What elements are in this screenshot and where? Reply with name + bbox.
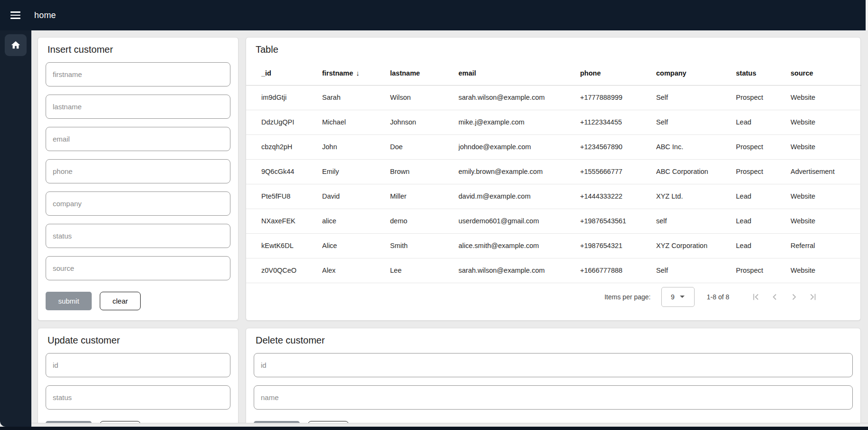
table-cell: Doe — [390, 134, 458, 159]
status-input[interactable] — [46, 224, 230, 248]
table-cell: Referral — [791, 233, 861, 258]
previous-page-button[interactable] — [769, 291, 781, 303]
update-card-title: Update customer — [38, 328, 238, 346]
id-input[interactable] — [46, 353, 230, 377]
table-cell: Lead — [736, 110, 791, 134]
menu-button[interactable] — [5, 5, 26, 26]
sort-arrow-icon: ↓ — [356, 69, 360, 77]
column-header-source[interactable]: source — [791, 61, 861, 85]
table-body: im9dGtjiSarahWilsonsarah.wilson@example.… — [246, 85, 861, 283]
table-cell: Website — [791, 209, 861, 233]
table-cell: z0V0QCeO — [246, 258, 322, 283]
firstname-input[interactable] — [46, 62, 230, 86]
table-cell: XYZ Corporation — [656, 233, 736, 258]
table-cell: Website — [791, 258, 861, 283]
table-cell: Self — [656, 85, 736, 110]
table-cell: im9dGtji — [246, 85, 322, 110]
sidebar-item-home[interactable] — [5, 34, 27, 56]
column-header-status[interactable]: status — [736, 61, 791, 85]
lastname-input[interactable] — [46, 95, 230, 119]
table-cell: Smith — [390, 233, 458, 258]
window-bottom-edge — [0, 427, 868, 430]
table-cell: self — [656, 209, 736, 233]
sidebar — [0, 30, 31, 427]
table-cell: Michael — [322, 110, 390, 134]
first-page-button[interactable] — [750, 291, 762, 303]
items-per-page-label: Items per page: — [604, 293, 650, 301]
page-size-select[interactable]: 9 — [661, 287, 695, 307]
table-cell: Advertisement — [791, 159, 861, 184]
table-row: Pte5fFU8DavidMillerdavid.m@example.com+1… — [246, 184, 861, 209]
first-page-icon — [751, 292, 761, 302]
table-cell: Lead — [736, 233, 791, 258]
table-cell: Lee — [390, 258, 458, 283]
id-input[interactable] — [254, 353, 853, 377]
phone-input[interactable] — [46, 159, 230, 183]
table-cell: Prospect — [736, 159, 791, 184]
table-row: z0V0QCeOAlexLeesarah.wilson@example.com+… — [246, 258, 861, 283]
table-cell: Prospect — [736, 258, 791, 283]
table-cell: Johnson — [390, 110, 458, 134]
table-cell: Website — [791, 184, 861, 209]
insert-customer-card: Insert customer submit clear — [38, 37, 238, 321]
column-header-phone[interactable]: phone — [580, 61, 656, 85]
table-cell: ABC Inc. — [656, 134, 736, 159]
paginator-range: 1-8 of 8 — [707, 293, 729, 301]
company-input[interactable] — [46, 191, 230, 216]
table-cell: David — [322, 184, 390, 209]
table-cell: Emily — [322, 159, 390, 184]
table-cell: demo — [390, 209, 458, 233]
table-cell: cbzqh2pH — [246, 134, 322, 159]
table-cell: Pte5fFU8 — [246, 184, 322, 209]
name-input[interactable] — [254, 385, 853, 410]
delete-card-title: Delete customer — [246, 328, 860, 346]
table-cell: Prospect — [736, 134, 791, 159]
source-input[interactable] — [46, 256, 230, 280]
column-header-company[interactable]: company — [656, 61, 736, 85]
status-input[interactable] — [46, 385, 230, 410]
table-cell: Alice — [322, 233, 390, 258]
email-input[interactable] — [46, 127, 230, 151]
insert-clear-button[interactable]: clear — [100, 292, 141, 310]
table-cell: sarah.wilson@example.com — [458, 258, 580, 283]
table-cell: Website — [791, 134, 861, 159]
table-cell: Sarah — [322, 85, 390, 110]
page-title: home — [34, 10, 56, 20]
table-cell: david.m@example.com — [458, 184, 580, 209]
column-header-email[interactable]: email — [458, 61, 580, 85]
table-cell: Website — [791, 110, 861, 134]
window-right-edge — [866, 0, 868, 30]
insert-submit-button[interactable]: submit — [46, 292, 92, 310]
table-card-title: Table — [246, 38, 860, 56]
customers-table: _idfirstname↓lastnameemailphonecompanyst… — [246, 61, 861, 283]
table-cell: mike.j@example.com — [458, 110, 580, 134]
table-row: im9dGtjiSarahWilsonsarah.wilson@example.… — [246, 85, 861, 110]
paginator: Items per page: 9 1-8 of 8 — [246, 283, 860, 311]
table-cell: johndoe@example.com — [458, 134, 580, 159]
last-page-button[interactable] — [807, 291, 819, 303]
column-header-lastname[interactable]: lastname — [390, 61, 458, 85]
main-content: Insert customer submit clear Table _idfi… — [31, 30, 868, 427]
insert-form — [38, 56, 238, 280]
chevron-left-icon — [770, 292, 780, 302]
chevron-down-icon — [680, 296, 685, 298]
chevron-right-icon — [789, 292, 799, 302]
table-cell: Self — [656, 258, 736, 283]
column-header-firstname[interactable]: firstname↓ — [322, 61, 390, 85]
table-cell: +1666777888 — [580, 258, 656, 283]
update-customer-card: Update customer submit clear — [38, 328, 238, 430]
delete-customer-card: Delete customer submit clear — [246, 328, 861, 430]
column-header-id[interactable]: _id — [246, 61, 322, 85]
hamburger-icon — [10, 11, 20, 13]
last-page-icon — [808, 292, 818, 302]
table-cell: NXaxeFEK — [246, 209, 322, 233]
topbar: home — [0, 0, 868, 30]
horizontal-scrollbar[interactable] — [31, 423, 868, 427]
page-size-value: 9 — [671, 293, 675, 301]
table-cell: kEwtK6DL — [246, 233, 322, 258]
table-cell: +1987654321 — [580, 233, 656, 258]
next-page-button[interactable] — [788, 291, 800, 303]
update-form — [38, 346, 238, 410]
delete-form — [246, 346, 860, 410]
table-cell: Alex — [322, 258, 390, 283]
